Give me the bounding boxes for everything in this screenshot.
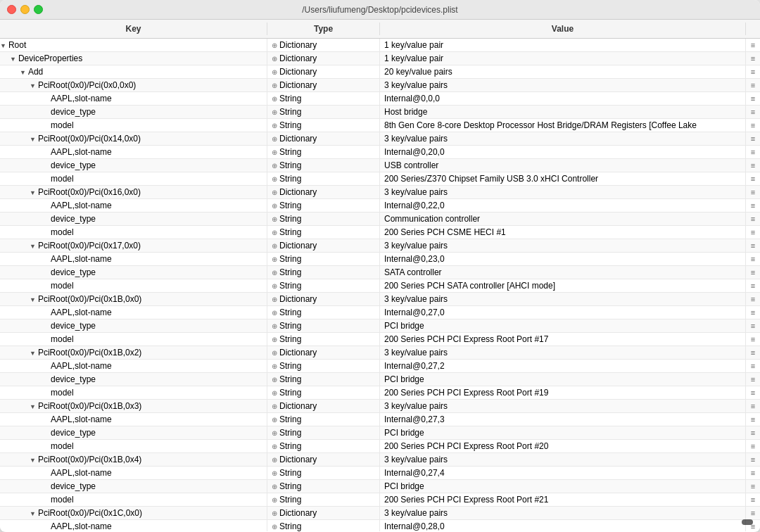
row-menu-icon[interactable]: ≡ xyxy=(751,509,755,517)
menu-cell[interactable]: ≡ xyxy=(746,239,760,252)
menu-cell[interactable]: ≡ xyxy=(746,333,760,346)
collapse-triangle[interactable]: ▼ xyxy=(30,296,36,303)
menu-cell[interactable]: ≡ xyxy=(746,253,760,265)
collapse-triangle[interactable]: ▼ xyxy=(30,189,36,196)
row-menu-icon[interactable]: ≡ xyxy=(751,268,755,277)
table-row[interactable]: AAPL,slot-name ⊕String Internal@0,28,0 ≡ xyxy=(0,520,760,531)
row-menu-icon[interactable]: ≡ xyxy=(751,295,755,303)
menu-cell[interactable]: ≡ xyxy=(746,507,760,519)
row-menu-icon[interactable]: ≡ xyxy=(751,148,755,156)
menu-cell[interactable]: ≡ xyxy=(746,199,760,212)
menu-cell[interactable]: ≡ xyxy=(746,52,760,65)
table-row[interactable]: ▼Add ⊕Dictionary 20 key/value pairs ≡ xyxy=(0,65,760,79)
collapse-triangle[interactable]: ▼ xyxy=(30,510,36,517)
table-row[interactable]: ▼PciRoot(0x0)/Pci(0x16,0x0) ⊕Dictionary … xyxy=(0,186,760,199)
table-row[interactable]: ▼PciRoot(0x0)/Pci(0x14,0x0) ⊕Dictionary … xyxy=(0,132,760,146)
row-menu-icon[interactable]: ≡ xyxy=(751,215,755,223)
row-menu-icon[interactable]: ≡ xyxy=(751,81,755,89)
table-row[interactable]: ▼PciRoot(0x0)/Pci(0x1B,0x2) ⊕Dictionary … xyxy=(0,346,760,360)
table-row[interactable]: device_type ⊕String PCI bridge ≡ xyxy=(0,480,760,493)
row-menu-icon[interactable]: ≡ xyxy=(751,348,755,357)
menu-cell[interactable]: ≡ xyxy=(746,79,760,91)
table-row[interactable]: model ⊕String 200 Series PCH PCI Express… xyxy=(0,493,760,507)
menu-cell[interactable]: ≡ xyxy=(746,279,760,292)
table-row[interactable]: device_type ⊕String PCI bridge ≡ xyxy=(0,319,760,333)
collapse-triangle[interactable]: ▼ xyxy=(30,243,36,250)
menu-cell[interactable]: ≡ xyxy=(746,440,760,452)
menu-cell[interactable]: ≡ xyxy=(746,132,760,145)
row-menu-icon[interactable]: ≡ xyxy=(751,469,755,477)
table-row[interactable]: device_type ⊕String USB controller ≡ xyxy=(0,159,760,172)
minimize-button[interactable] xyxy=(20,5,30,14)
menu-cell[interactable]: ≡ xyxy=(746,65,760,78)
menu-cell[interactable]: ≡ xyxy=(746,172,760,185)
table-row[interactable]: ▼DeviceProperties ⊕Dictionary 1 key/valu… xyxy=(0,52,760,65)
menu-cell[interactable]: ≡ xyxy=(746,226,760,239)
row-menu-icon[interactable]: ≡ xyxy=(751,54,755,63)
collapse-triangle[interactable]: ▼ xyxy=(30,350,36,357)
menu-cell[interactable]: ≡ xyxy=(746,413,760,426)
menu-cell[interactable]: ≡ xyxy=(746,373,760,386)
row-menu-icon[interactable]: ≡ xyxy=(751,281,755,290)
menu-cell[interactable]: ≡ xyxy=(746,293,760,305)
menu-cell[interactable]: ≡ xyxy=(746,426,760,439)
menu-cell[interactable]: ≡ xyxy=(746,480,760,493)
table-row[interactable]: device_type ⊕String Communication contro… xyxy=(0,213,760,226)
table-row[interactable]: device_type ⊕String Host bridge ≡ xyxy=(0,106,760,119)
col-key[interactable]: Key xyxy=(0,23,267,35)
table-row[interactable]: model ⊕String 8th Gen Core 8-core Deskto… xyxy=(0,119,760,132)
menu-cell[interactable]: ≡ xyxy=(746,467,760,479)
table-row[interactable]: AAPL,slot-name ⊕String Internal@0,23,0 ≡ xyxy=(0,253,760,266)
menu-cell[interactable]: ≡ xyxy=(746,159,760,172)
col-type[interactable]: Type xyxy=(267,23,380,35)
table-row[interactable]: device_type ⊕String PCI bridge ≡ xyxy=(0,373,760,386)
row-menu-icon[interactable]: ≡ xyxy=(751,335,755,343)
collapse-triangle[interactable]: ▼ xyxy=(30,136,36,143)
table-row[interactable]: AAPL,slot-name ⊕String Internal@0,20,0 ≡ xyxy=(0,146,760,159)
collapse-triangle[interactable]: ▼ xyxy=(10,56,16,63)
row-menu-icon[interactable]: ≡ xyxy=(751,322,755,330)
menu-cell[interactable]: ≡ xyxy=(746,146,760,158)
table-row[interactable]: ▼PciRoot(0x0)/Pci(0x1B,0x3) ⊕Dictionary … xyxy=(0,400,760,413)
collapse-triangle[interactable]: ▼ xyxy=(0,42,6,49)
row-menu-icon[interactable]: ≡ xyxy=(751,121,755,129)
collapse-triangle[interactable]: ▼ xyxy=(30,403,36,410)
table-row[interactable]: ▼PciRoot(0x0)/Pci(0x1C,0x0) ⊕Dictionary … xyxy=(0,507,760,520)
row-menu-icon[interactable]: ≡ xyxy=(751,308,755,317)
table-row[interactable]: model ⊕String 200 Series PCH SATA contro… xyxy=(0,279,760,293)
row-menu-icon[interactable]: ≡ xyxy=(751,495,755,504)
row-menu-icon[interactable]: ≡ xyxy=(751,429,755,437)
table-row[interactable]: ▼PciRoot(0x0)/Pci(0x0,0x0) ⊕Dictionary 3… xyxy=(0,79,760,92)
table-row[interactable]: AAPL,slot-name ⊕String Internal@0,27,4 ≡ xyxy=(0,467,760,480)
table-row[interactable]: model ⊕String 200 Series/Z370 Chipset Fa… xyxy=(0,172,760,186)
menu-cell[interactable]: ≡ xyxy=(746,119,760,132)
table-row[interactable]: AAPL,slot-name ⊕String Internal@0,27,0 ≡ xyxy=(0,306,760,319)
table-row[interactable]: model ⊕String 200 Series PCH PCI Express… xyxy=(0,440,760,453)
menu-cell[interactable]: ≡ xyxy=(746,453,760,466)
maximize-button[interactable] xyxy=(34,5,43,14)
row-menu-icon[interactable]: ≡ xyxy=(751,68,755,76)
menu-cell[interactable]: ≡ xyxy=(746,213,760,225)
row-menu-icon[interactable]: ≡ xyxy=(751,442,755,450)
row-menu-icon[interactable]: ≡ xyxy=(751,455,755,464)
row-menu-icon[interactable]: ≡ xyxy=(751,375,755,384)
menu-cell[interactable]: ≡ xyxy=(746,92,760,105)
row-menu-icon[interactable]: ≡ xyxy=(751,134,755,143)
row-menu-icon[interactable]: ≡ xyxy=(751,41,755,49)
menu-cell[interactable]: ≡ xyxy=(746,400,760,412)
menu-cell[interactable]: ≡ xyxy=(746,186,760,198)
table-row[interactable]: model ⊕String 200 Series PCH PCI Express… xyxy=(0,333,760,346)
menu-cell[interactable]: ≡ xyxy=(746,306,760,319)
table-row[interactable]: model ⊕String 200 Series PCH CSME HECI #… xyxy=(0,226,760,239)
row-menu-icon[interactable]: ≡ xyxy=(751,402,755,410)
menu-cell[interactable]: ≡ xyxy=(746,39,760,51)
row-menu-icon[interactable]: ≡ xyxy=(751,108,755,116)
row-menu-icon[interactable]: ≡ xyxy=(751,161,755,170)
row-menu-icon[interactable]: ≡ xyxy=(751,255,755,263)
table-row[interactable]: AAPL,slot-name ⊕String Internal@0,22,0 ≡ xyxy=(0,199,760,213)
menu-cell[interactable]: ≡ xyxy=(746,106,760,118)
table-row[interactable]: ▼Root ⊕Dictionary 1 key/value pair ≡ xyxy=(0,39,760,52)
table-row[interactable]: AAPL,slot-name ⊕String Internal@0,27,2 ≡ xyxy=(0,360,760,373)
table-row[interactable]: ▼PciRoot(0x0)/Pci(0x1B,0x0) ⊕Dictionary … xyxy=(0,293,760,306)
menu-cell[interactable]: ≡ xyxy=(746,493,760,506)
